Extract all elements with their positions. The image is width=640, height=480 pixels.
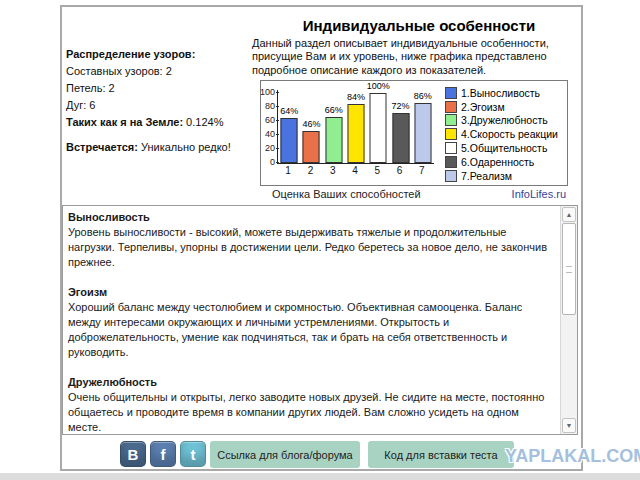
section-description: Данный раздел описывает индивидуальные о…: [252, 37, 586, 77]
yaplakal-watermark: YAPLAKAL.COM: [505, 446, 640, 467]
chart-bar: [347, 104, 364, 163]
section-header: Индивидуальные особенности Данный раздел…: [252, 17, 586, 77]
chart-y-tick: 20: [265, 144, 275, 153]
chart-bar-column: 64%: [278, 90, 300, 163]
legend-swatch: [445, 114, 457, 126]
chart-bar: [325, 117, 342, 163]
chart-x-tick: 6: [388, 165, 410, 176]
chart-caption-row: Оценка Ваших способностей InfoLifes.ru: [260, 188, 566, 200]
chart-bar-column: 100%: [367, 90, 389, 163]
legend-label: 3.Дружелюбность: [461, 114, 548, 126]
legend-label: 4.Скорость реакции: [461, 128, 558, 140]
chart-x-tick: 4: [344, 165, 366, 176]
legend-item: 3.Дружелюбность: [445, 114, 558, 128]
chart-x-axis: 1234567: [277, 165, 433, 176]
result-paragraph: ДружелюбностьОчень общительны и открыты,…: [68, 375, 553, 434]
legend-label: 6.Одаренность: [461, 156, 534, 168]
chart-bar-value-label: 66%: [325, 105, 343, 115]
chart-bar-column: 46%: [300, 90, 322, 163]
chart-y-axis: 020406080100: [261, 90, 276, 163]
chart-bar-value-label: 64%: [280, 106, 298, 116]
chart-y-tick: 80: [265, 102, 275, 111]
scrollbar-thumb[interactable]: [562, 223, 576, 315]
legend-swatch: [445, 87, 457, 99]
chart-bar-column: 86%: [412, 90, 434, 163]
legend-label: 2.Эгоизм: [461, 101, 505, 113]
legend-label: 7.Реализм: [461, 170, 512, 182]
chart-x-tick: 3: [322, 165, 344, 176]
facebook-icon[interactable]: f: [150, 441, 176, 467]
legend-item: 1.Выносливость: [445, 86, 558, 100]
stat-earth-share: Таких как я на Земле:0.124%: [66, 116, 252, 129]
infolifes-link[interactable]: InfoLifes.ru: [512, 188, 566, 200]
result-body: Очень общительны и открыты, легко заводи…: [68, 391, 544, 433]
chart-bar: [303, 131, 320, 163]
result-body: Хороший баланс между честолюбием и скром…: [68, 301, 522, 358]
legend-label: 5.Общительность: [461, 142, 547, 154]
legend-item: 2.Эгоизм: [445, 100, 558, 114]
stat-frequency-value: Уникально редко!: [141, 141, 231, 153]
chart-bar-value-label: 46%: [302, 119, 320, 129]
scroll-up-button[interactable]: ▲: [562, 207, 576, 222]
abilities-bar-chart: 020406080100 64%46%66%84%100%72%86% 1234…: [260, 80, 568, 186]
stat-earth-share-label: Таких как я на Земле:: [66, 116, 183, 128]
stat-arcs: Дуг: 6: [66, 99, 252, 112]
chart-bar-value-label: 72%: [392, 101, 410, 111]
stat-earth-share-value: 0.124%: [186, 116, 223, 128]
chart-plot: 64%46%66%84%100%72%86%: [277, 90, 434, 164]
chart-y-tick: 0: [270, 158, 275, 167]
chart-bar-value-label: 84%: [347, 92, 365, 102]
legend-swatch: [445, 170, 457, 182]
embed-code-button[interactable]: Код для вставки теста: [368, 441, 514, 468]
legend-swatch: [445, 142, 457, 154]
chart-bar-column: 66%: [323, 90, 345, 163]
chart-bar: [370, 93, 387, 163]
chart-legend: 1.Выносливость2.Эгоизм3.Дружелюбность4.С…: [445, 86, 558, 183]
legend-label: 1.Выносливость: [461, 87, 540, 99]
stat-loops: Петель: 2: [66, 82, 252, 95]
result-paragraph: ВыносливостьУровень выносливости - высок…: [68, 210, 553, 270]
chart-x-tick: 1: [277, 165, 299, 176]
legend-item: 4.Скорость реакции: [445, 127, 558, 141]
chart-bar-column: 84%: [345, 90, 367, 163]
bottom-strip: [0, 473, 640, 480]
stat-frequency-label: Встречается:: [66, 141, 138, 153]
chart-bar: [392, 113, 409, 163]
twitter-icon[interactable]: t: [180, 441, 206, 467]
results-content[interactable]: ВыносливостьУровень выносливости - высок…: [63, 206, 560, 434]
legend-item: 5.Общительность: [445, 141, 558, 155]
chart-caption: Оценка Ваших способностей: [260, 188, 421, 200]
results-textarea: ВыносливостьУровень выносливости - высок…: [62, 205, 578, 435]
chart-y-tick: 100: [260, 88, 275, 97]
legend-swatch: [445, 128, 457, 140]
stat-composite-patterns: Составных узоров: 2: [66, 65, 252, 78]
blog-link-button[interactable]: Ссылка для блога/форума: [210, 441, 360, 468]
chart-bar-value-label: 86%: [414, 91, 432, 101]
chart-x-tick: 7: [411, 165, 433, 176]
result-paragraph: ЭгоизмХороший баланс между честолюбием и…: [68, 285, 553, 360]
chart-bar: [281, 118, 298, 163]
vk-icon[interactable]: В: [120, 441, 146, 467]
page-title: Индивидуальные особенности: [252, 17, 586, 34]
chart-y-tick: 60: [265, 116, 275, 125]
legend-item: 7.Реализм: [445, 169, 558, 183]
stat-frequency: Встречается:Уникально редко!: [66, 141, 252, 154]
result-heading: Дружелюбность: [68, 375, 553, 390]
legend-item: 6.Одаренность: [445, 155, 558, 169]
chart-bar-column: 72%: [389, 90, 411, 163]
results-scrollbar[interactable]: ▲ ▼: [560, 206, 577, 434]
chart-y-tick: 40: [265, 130, 275, 139]
result-body: Уровень выносливости - высокий, можете в…: [68, 226, 547, 268]
chart-bar: [414, 103, 431, 163]
page: Распределение узоров: Составных узоров: …: [0, 0, 640, 480]
content-box: Распределение узоров: Составных узоров: …: [60, 5, 583, 471]
result-heading: Выносливость: [68, 210, 553, 225]
scroll-down-button[interactable]: ▼: [562, 418, 576, 433]
pattern-stats-panel: Распределение узоров: Составных узоров: …: [66, 48, 252, 158]
legend-swatch: [445, 101, 457, 113]
chart-bar-value-label: 100%: [367, 81, 390, 91]
chart-x-tick: 2: [299, 165, 321, 176]
result-heading: Эгоизм: [68, 285, 553, 300]
chart-x-tick: 5: [366, 165, 388, 176]
legend-swatch: [445, 156, 457, 168]
